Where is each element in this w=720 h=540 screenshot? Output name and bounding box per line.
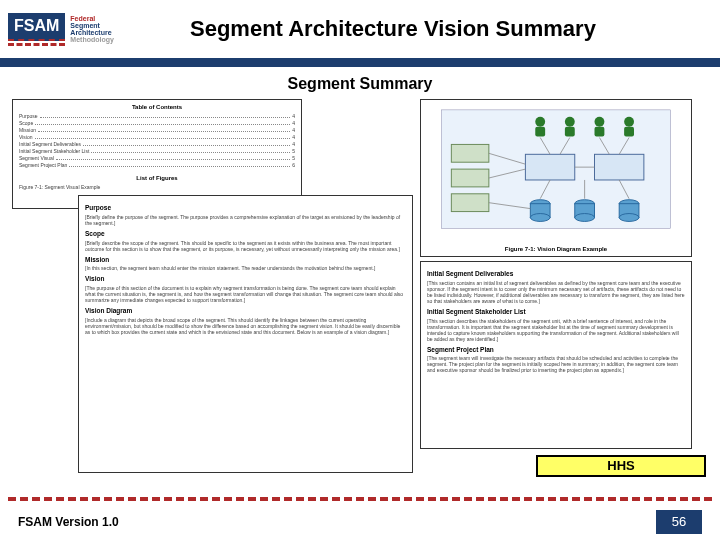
content-area: Table of Contents Purpose4Scope4Mission4… bbox=[0, 99, 720, 479]
footer-version: FSAM Version 1.0 bbox=[18, 515, 119, 529]
header-divider bbox=[0, 58, 720, 67]
svg-rect-9 bbox=[525, 154, 574, 180]
section-text: [The segment team will investigate the n… bbox=[427, 355, 685, 373]
body-document-1: Purpose[Briefly define the purpose of th… bbox=[78, 195, 413, 473]
toc-row: Initial Segment Deliverables4 bbox=[19, 141, 295, 148]
toc-row: Initial Segment Stakeholder List5 bbox=[19, 148, 295, 155]
page-number: 56 bbox=[656, 510, 702, 534]
svg-point-22 bbox=[619, 214, 639, 222]
section-text: [This section contains an initial list o… bbox=[427, 280, 685, 304]
toc-row: Segment Project Plan6 bbox=[19, 162, 295, 169]
vision-diagram-icon bbox=[421, 100, 691, 256]
svg-point-19 bbox=[575, 214, 595, 222]
section-heading: Purpose bbox=[85, 204, 406, 212]
svg-rect-12 bbox=[451, 169, 489, 187]
page-title: Segment Architecture Vision Summary bbox=[114, 16, 712, 42]
svg-rect-2 bbox=[535, 127, 545, 137]
toc-row: Vision4 bbox=[19, 134, 295, 141]
section-heading: Vision bbox=[85, 275, 406, 283]
svg-point-7 bbox=[624, 117, 634, 127]
section-heading: Initial Segment Deliverables bbox=[427, 270, 685, 278]
slide-footer: FSAM Version 1.0 56 bbox=[0, 504, 720, 540]
figures-item: Figure 7-1: Segment Visual Example bbox=[19, 184, 295, 190]
toc-document: Table of Contents Purpose4Scope4Mission4… bbox=[12, 99, 302, 209]
section-heading: Vision Diagram bbox=[85, 307, 406, 315]
svg-point-16 bbox=[530, 214, 550, 222]
body-document-2: Initial Segment Deliverables[This sectio… bbox=[420, 261, 692, 449]
section-text: [The purpose of this section of the docu… bbox=[85, 285, 406, 303]
svg-rect-11 bbox=[451, 144, 489, 162]
fsam-logo: FSAM Federal Segment Architecture Method… bbox=[8, 13, 114, 46]
svg-rect-4 bbox=[565, 127, 575, 137]
svg-rect-6 bbox=[595, 127, 605, 137]
hhs-label: HHS bbox=[536, 455, 706, 477]
toc-row: Segment Visual5 bbox=[19, 155, 295, 162]
logo-text: Federal Segment Architecture Methodology bbox=[70, 15, 114, 43]
section-heading: Initial Segment Stakeholder List bbox=[427, 308, 685, 316]
section-heading: Scope bbox=[85, 230, 406, 238]
svg-rect-10 bbox=[595, 154, 644, 180]
section-text: [Include a diagram that depicts the broa… bbox=[85, 317, 406, 335]
section-text: [This section describes the stakeholders… bbox=[427, 318, 685, 342]
section-text: [In this section, the segment team shoul… bbox=[85, 265, 406, 271]
logo-badge: FSAM bbox=[8, 13, 65, 46]
vision-diagram-document: Figure 7-1: Vision Diagram Example bbox=[420, 99, 692, 257]
footer-divider bbox=[8, 497, 712, 501]
svg-point-5 bbox=[595, 117, 605, 127]
slide-header: FSAM Federal Segment Architecture Method… bbox=[0, 0, 720, 58]
svg-point-3 bbox=[565, 117, 575, 127]
figures-heading: List of Figures bbox=[19, 175, 295, 182]
section-heading: Segment Project Plan bbox=[427, 346, 685, 354]
toc-row: Purpose4 bbox=[19, 113, 295, 120]
toc-row: Mission4 bbox=[19, 127, 295, 134]
sub-title: Segment Summary bbox=[0, 75, 720, 93]
section-heading: Mission bbox=[85, 256, 406, 264]
toc-heading: Table of Contents bbox=[19, 104, 295, 111]
toc-row: Scope4 bbox=[19, 120, 295, 127]
svg-rect-13 bbox=[451, 194, 489, 212]
svg-rect-8 bbox=[624, 127, 634, 137]
svg-point-1 bbox=[535, 117, 545, 127]
section-text: [Briefly describe the scope of the segme… bbox=[85, 240, 406, 252]
section-text: [Briefly define the purpose of the segme… bbox=[85, 214, 406, 226]
